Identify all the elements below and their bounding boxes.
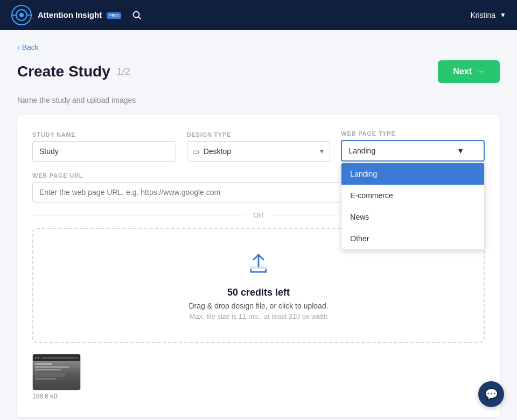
back-arrow-icon: ‹ <box>17 43 20 52</box>
design-type-select-wrapper: ▭ Desktop Mobile Tablet ▼ <box>187 141 331 162</box>
next-button[interactable]: Next → <box>438 60 500 83</box>
webpage-chevron-icon: ▼ <box>457 146 464 155</box>
page-step: 1/2 <box>117 66 130 78</box>
webpage-type-value: Landing <box>348 146 375 155</box>
chevron-down-icon: ▼ <box>500 11 506 19</box>
main-content: ‹ Back Create Study 1/2 Next → Name the … <box>0 30 517 420</box>
upload-icon <box>44 250 473 281</box>
upload-limit: Max. file size is 11 mb., at least 310 p… <box>44 312 473 320</box>
page-subtitle: Name the study and upload images <box>17 96 500 104</box>
chat-icon: 💬 <box>485 388 498 401</box>
study-name-field: STUDY NAME <box>32 131 176 162</box>
search-icon <box>132 10 142 20</box>
design-type-field: DESIGN TYPE ▭ Desktop Mobile Tablet ▼ <box>187 131 331 162</box>
svg-point-2 <box>19 13 24 17</box>
logo-icon <box>11 4 32 26</box>
thumbnail-item[interactable]: 186.6 kB <box>32 354 81 400</box>
design-type-select[interactable]: Desktop Mobile Tablet <box>187 141 331 162</box>
upload-credits: 50 credits left <box>44 287 473 298</box>
form-card: STUDY NAME DESIGN TYPE ▭ Desktop Mobile … <box>17 115 500 417</box>
url-field-group: WEB PAGE URL <box>32 172 345 202</box>
chat-button[interactable]: 💬 <box>478 381 504 407</box>
header-left: Attention Insight PRO <box>11 4 144 26</box>
study-name-label: STUDY NAME <box>32 131 176 138</box>
study-name-input[interactable] <box>32 141 176 162</box>
web-page-type-field: WEB PAGE TYPE Landing ▼ Landing E-commer… <box>341 130 485 162</box>
next-label: Next <box>453 67 472 76</box>
fields-row: STUDY NAME DESIGN TYPE ▭ Desktop Mobile … <box>32 130 485 162</box>
or-label: OR <box>253 211 264 219</box>
webpage-type-button[interactable]: Landing ▼ <box>341 140 485 162</box>
page-title-group: Create Study 1/2 <box>17 63 130 80</box>
svg-line-6 <box>138 17 141 19</box>
design-type-label: DESIGN TYPE <box>187 131 331 138</box>
page-title: Create Study <box>17 63 110 80</box>
back-link[interactable]: ‹ Back <box>17 43 500 52</box>
webpage-select-wrapper: Landing ▼ Landing E-commerce News Other <box>341 140 485 162</box>
thumbnail-preview <box>32 354 81 390</box>
arrow-right-icon: → <box>476 67 485 76</box>
page-header: Create Study 1/2 Next → <box>17 60 500 83</box>
header-right: Kristina ▼ <box>470 11 506 19</box>
upload-hint: Drag & drop design file, or click to upl… <box>44 302 473 310</box>
thumbnail-size: 186.6 kB <box>32 393 81 400</box>
dropdown-item-landing[interactable]: Landing <box>341 163 484 185</box>
search-button[interactable] <box>130 8 144 22</box>
dropdown-item-news[interactable]: News <box>341 206 484 228</box>
dropdown-item-other[interactable]: Other <box>341 228 484 249</box>
webpage-type-dropdown: Landing E-commerce News Other <box>341 163 485 250</box>
logo-text: Attention Insight PRO <box>38 10 121 20</box>
logo: Attention Insight PRO <box>11 4 121 26</box>
dropdown-item-ecommerce[interactable]: E-commerce <box>341 185 484 206</box>
url-label: WEB PAGE URL <box>32 172 345 179</box>
back-label: Back <box>22 43 39 52</box>
user-name: Kristina <box>470 11 495 19</box>
header: Attention Insight PRO Kristina ▼ <box>0 0 517 30</box>
web-page-type-label: WEB PAGE TYPE <box>341 130 485 137</box>
thumbnails: 186.6 kB <box>32 354 485 400</box>
url-input[interactable] <box>32 182 345 202</box>
logo-badge: PRO <box>107 12 122 19</box>
